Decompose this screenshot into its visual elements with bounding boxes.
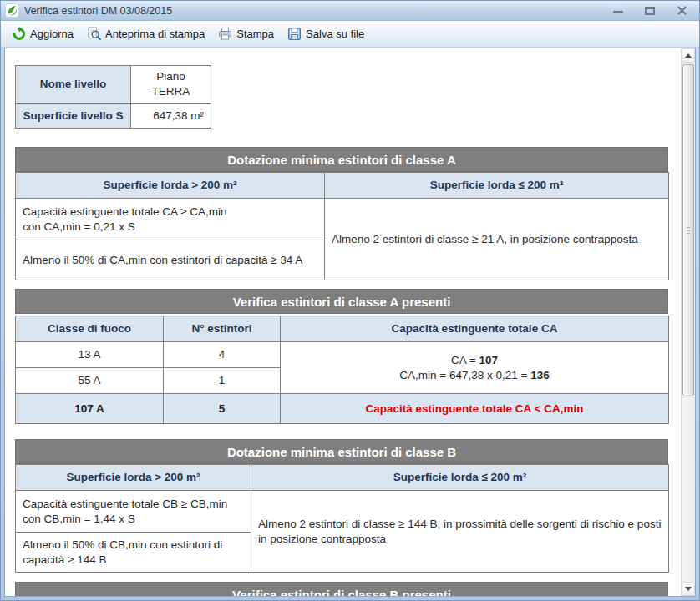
requisito-ca-line2: con CA,min = 0,21 x S [23, 220, 317, 235]
maximize-button[interactable] [641, 4, 659, 18]
scrollbar-grip-icon [687, 227, 690, 234]
title-bar: Verifica estintori DM 03/08/2015 [1, 1, 699, 21]
table-row: Capacità estinguente totale CB ≥ CB,min … [16, 491, 669, 533]
report-view: Nome livello Piano TERRA Superficie live… [5, 48, 681, 596]
dotazione-a-table: Superficie lorda > 200 m² Superficie lor… [15, 172, 669, 280]
app-logo-icon [5, 3, 19, 18]
camin-line: CA,min = 647,38 x 0,21 = 136 [287, 368, 662, 383]
print-preview-icon [87, 27, 101, 41]
requisito-50pct-a-cell: Almeno il 50% di CA,min con estintori di… [16, 240, 325, 280]
minimize-button[interactable] [609, 4, 627, 18]
col-header-lorda-le200: Superficie lorda ≤ 200 m² [325, 173, 669, 199]
table-row: Superficie livello S 647,38 m² [16, 104, 211, 129]
col-header-n-estintori: N° estintori [164, 316, 281, 342]
requisito-50pct-b-cell: Almeno il 50% di CB,min con estintori di… [16, 533, 251, 573]
classe-13a-cell: 13 A [16, 342, 164, 368]
requisito-cb-cell: Capacità estinguente totale CB ≥ CB,min … [16, 491, 251, 533]
superficie-label: Superficie livello S [16, 104, 131, 129]
col-header-capacita-ca: Capacità estinguente totale CA [281, 316, 669, 342]
scroll-up-button[interactable] [682, 48, 695, 63]
requisito-ca-cell: Capacità estinguente totale CA ≥ CA,min … [16, 199, 325, 240]
maximize-icon [645, 7, 655, 15]
stampa-label: Stampa [236, 28, 274, 40]
table-header-row: Superficie lorda > 200 m² Superficie lor… [16, 465, 669, 491]
totale-n-cell: 5 [164, 394, 281, 424]
table-row: Capacità estinguente totale CA ≥ CA,min … [16, 199, 669, 240]
minimize-icon [613, 11, 623, 13]
verifica-a-table: Classe di fuoco N° estintori Capacità es… [15, 316, 669, 424]
level-info-table: Nome livello Piano TERRA Superficie live… [15, 65, 211, 129]
classe-55a-cell: 55 A [16, 368, 164, 394]
printer-icon [218, 27, 232, 41]
table-total-row: 107 A 5 Capacità estinguente totale CA <… [16, 394, 669, 424]
client-area: Nome livello Piano TERRA Superficie live… [4, 48, 696, 597]
n-55a-cell: 1 [164, 368, 281, 394]
salva-label: Salva su file [306, 28, 364, 40]
table-row: Nome livello Piano TERRA [16, 66, 211, 104]
col-header-lorda-le200-b: Superficie lorda ≤ 200 m² [251, 465, 669, 491]
scroll-down-icon [685, 587, 692, 591]
requisito-cb-line2: con CB,min = 1,44 x S [23, 512, 244, 527]
close-icon [677, 6, 687, 15]
section-header-dotazione-a: Dotazione minima estintori di classe A [15, 147, 668, 172]
stampa-button[interactable]: Stampa [212, 24, 280, 43]
scroll-up-icon [685, 53, 692, 58]
col-header-classe-fuoco: Classe di fuoco [16, 316, 164, 342]
close-button[interactable] [672, 4, 691, 18]
col-header-lorda-gt200: Superficie lorda > 200 m² [16, 173, 325, 199]
totale-classe-cell: 107 A [16, 394, 164, 424]
salva-button[interactable]: Salva su file [282, 24, 370, 43]
anteprima-label: Anteprima di stampa [105, 28, 205, 40]
window-controls [609, 4, 691, 18]
anteprima-button[interactable]: Anteprima di stampa [81, 24, 211, 43]
window-body: Nome livello Piano TERRA Superficie live… [1, 48, 699, 600]
aggiorna-button[interactable]: Aggiorna [6, 24, 79, 43]
section-header-dotazione-b: Dotazione minima estintori di classe B [15, 439, 668, 464]
nome-livello-label: Nome livello [16, 66, 131, 104]
col-header-lorda-gt200-b: Superficie lorda > 200 m² [16, 465, 251, 491]
dotazione-b-table: Superficie lorda > 200 m² Superficie lor… [15, 464, 669, 573]
window-title: Verifica estintori DM 03/08/2015 [24, 5, 172, 17]
section-header-verifica-b: Verifica estintori di classe B presenti [15, 582, 668, 596]
app-window: Verifica estintori DM 03/08/2015 Aggiorn… [0, 0, 700, 601]
report-content: Nome livello Piano TERRA Superficie live… [15, 65, 668, 596]
alternativa-b-cell: Almeno 2 estintori di classe ≥ 144 B, in… [251, 491, 669, 573]
aggiorna-label: Aggiorna [30, 28, 74, 40]
nome-livello-value: Piano TERRA [131, 66, 211, 104]
section-header-verifica-a: Verifica estintori di classe A presenti [15, 289, 668, 314]
requisito-ca-line1: Capacità estinguente totale CA ≥ CA,min [23, 205, 317, 220]
requisito-cb-line1: Capacità estinguente totale CB ≥ CB,min [23, 497, 244, 512]
camin-value: 136 [530, 369, 550, 381]
scroll-down-button[interactable] [682, 582, 695, 596]
refresh-icon [12, 27, 26, 41]
ca-line: CA = 107 [287, 353, 662, 368]
esito-verifica-a: Capacità estinguente totale CA < CA,min [281, 394, 669, 424]
table-header-row: Classe di fuoco N° estintori Capacità es… [16, 316, 669, 342]
ca-value: 107 [479, 354, 498, 366]
scrollbar-track[interactable] [682, 63, 695, 582]
scrollbar-thumb[interactable] [682, 64, 694, 396]
table-row: 13 A 4 CA = 107 CA,min = 647,38 x 0,21 =… [16, 342, 669, 368]
alternativa-a-cell: Almeno 2 estintori di classe ≥ 21 A, in … [325, 199, 669, 280]
save-icon [287, 27, 302, 41]
n-13a-cell: 4 [164, 342, 281, 368]
superficie-value: 647,38 m² [131, 104, 211, 129]
calcolo-ca-cell: CA = 107 CA,min = 647,38 x 0,21 = 136 [281, 342, 669, 394]
table-header-row: Superficie lorda > 200 m² Superficie lor… [16, 173, 669, 199]
toolbar: Aggiorna Anteprima di stampa [1, 21, 699, 48]
vertical-scrollbar[interactable] [681, 48, 695, 596]
